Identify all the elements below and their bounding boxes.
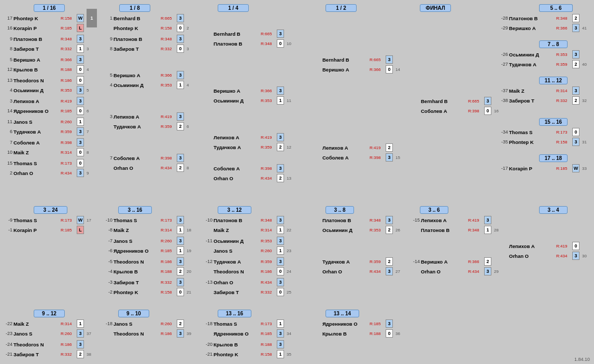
seed: 14 <box>2 108 13 113</box>
player-row: -17 Korapin P R:185 W 33 <box>498 164 587 173</box>
player-row: Theodoros N R:186 3 39 <box>102 329 191 338</box>
score: 1 <box>77 45 84 53</box>
player-row: 8 Забиров Т R:332 0 3 <box>102 44 189 53</box>
match-1316-2: -20 Крылов В R:188 3 -21 Phontep K R:158… <box>202 340 291 359</box>
player-name: Веришко А <box>13 57 60 63</box>
player-name: Janos S <box>13 119 60 125</box>
rating: R:186 <box>260 269 277 274</box>
score: 2 <box>77 350 84 358</box>
bracket-slot: 6 <box>185 124 189 129</box>
score: 0 <box>386 65 393 74</box>
bracket-slot: 3 <box>85 47 89 51</box>
seed: -23 <box>2 331 13 336</box>
bracket-slot: 19 <box>185 249 191 253</box>
score: 2 <box>572 14 579 22</box>
rating: R:186 <box>160 259 177 264</box>
score: 0 <box>572 128 579 136</box>
score: 0 <box>177 288 184 296</box>
seed: -4 <box>102 269 114 274</box>
rating: R:348 <box>556 16 572 21</box>
rating: R:434 <box>160 166 177 170</box>
player-row: Соболев А R:398 0 16 <box>409 106 499 115</box>
match-18-3: 5 Веришко А R:366 3 4 Осьминин Д R:353 1… <box>102 70 189 90</box>
rating: R:665 <box>468 99 484 104</box>
player-row: -5 Theodoros N R:186 3 <box>102 257 191 266</box>
player-name: Janos S <box>13 331 60 337</box>
rating: R:314 <box>60 150 77 155</box>
match-18-5: 7 Соболев А R:398 3 Orhan O R:434 2 8 <box>102 153 189 173</box>
player-row: -10 Thomas S R:173 3 <box>102 215 191 225</box>
player-name: Лепихов А <box>214 135 260 140</box>
player-name: Bernhard B <box>114 16 160 21</box>
match-116-5: 3 Лепихов А R:419 3 14 Ядренников О R:18… <box>2 96 89 116</box>
bracket-slot: 24 <box>285 269 291 274</box>
rating: R:353 <box>160 83 177 88</box>
match-1718: -17 Korapin P R:185 W 33 <box>498 164 587 173</box>
player-name: Забиров Т <box>13 46 60 52</box>
player-name: Лепихов А <box>421 217 468 223</box>
rating: R:665 <box>369 57 386 62</box>
score: 2 <box>386 226 393 234</box>
score: 3 <box>484 267 491 275</box>
score: 2 <box>386 257 393 266</box>
seed: 16 <box>2 25 13 31</box>
match-912-1: -22 Maik Z R:314 1 -23 Janos S R:260 3 3… <box>2 319 91 339</box>
player-name: Bernhard B <box>322 57 369 63</box>
player-name: Соболев А <box>421 108 468 114</box>
player-name: Платонов В <box>509 16 556 21</box>
player-name: Веришко А <box>421 259 468 265</box>
player-name: Забиров Т <box>13 352 60 357</box>
rating: R:434 <box>260 280 277 285</box>
player-row: -27 Тудачков А R:359 2 40 <box>498 60 587 69</box>
player-name: Theodoros N <box>114 331 160 337</box>
round-1316: 13 .. 16 <box>218 310 251 317</box>
rating: R:314 <box>60 322 77 326</box>
rating: R:185 <box>60 26 77 31</box>
player-row: -26 Осьминин Д R:353 3 <box>498 50 587 59</box>
bracket-slot: 20 <box>185 269 191 274</box>
seed: -9 <box>2 217 13 223</box>
seed: -13 <box>202 280 214 285</box>
score: 0 <box>277 267 284 275</box>
round-final: ФИНАЛ <box>420 4 451 12</box>
match-324: -9 Thomas S R:173 W 17 -1 Korapin P R:18… <box>2 215 91 235</box>
match-116-8: 15 Thomas S R:173 0 2 Orhan O R:434 3 9 <box>2 158 89 178</box>
score: 1 <box>277 96 284 105</box>
rating: R:419 <box>60 99 77 104</box>
rating: R:366 <box>60 57 77 62</box>
rating: R:359 <box>160 124 177 129</box>
rating: R:185 <box>60 228 77 232</box>
player-row: Тудачков А R:359 2 <box>311 257 400 266</box>
rating: R:173 <box>260 322 277 326</box>
player-name: Orhan O <box>114 165 160 171</box>
player-row: -20 Крылов В R:188 3 <box>202 340 291 349</box>
rating: R:260 <box>260 249 277 253</box>
bracket-slot: 29 <box>492 269 499 274</box>
rating: R:665 <box>260 32 277 36</box>
score: 3 <box>177 71 184 79</box>
rating: R:185 <box>369 322 386 326</box>
player-name: Thomas S <box>214 321 260 327</box>
player-row: 1 Bernhard B R:665 3 <box>102 13 189 23</box>
player-row: 5 Веришко А R:366 3 <box>2 55 89 64</box>
bracket-slot: 14 <box>394 67 400 72</box>
player-row: -21 Phontep K R:158 1 35 <box>202 350 291 359</box>
match-116-1: 17 Phontep K R:158 W 1 16 Korapin P R:18… <box>2 13 97 33</box>
score: 1 <box>77 118 84 126</box>
match-312-2: -11 Осьминин Д R:353 3 Janos S R:260 1 2… <box>202 236 291 256</box>
match-912-2: -24 Theodoros N R:186 3 -21 Забиров Т R:… <box>2 340 91 359</box>
rating: R:348 <box>260 41 277 46</box>
player-name: Theodoros N <box>13 342 60 347</box>
player-name: Maik Z <box>13 321 60 327</box>
player-name: Веришко А <box>509 25 556 31</box>
player-name: Платонов В <box>421 227 468 233</box>
player-name: Соболев А <box>214 166 260 171</box>
player-row: -15 Лепихов А R:419 3 <box>409 215 499 225</box>
rating: R:353 <box>260 239 277 243</box>
rating: R:348 <box>60 37 77 41</box>
player-name: Phontep K <box>114 289 160 295</box>
player-row: Забиров Т R:332 0 25 <box>202 287 291 297</box>
bracket-slot: 17 <box>85 218 91 223</box>
player-row: -21 Забиров Т R:332 2 38 <box>2 350 91 359</box>
player-name: Веришко А <box>214 88 260 94</box>
